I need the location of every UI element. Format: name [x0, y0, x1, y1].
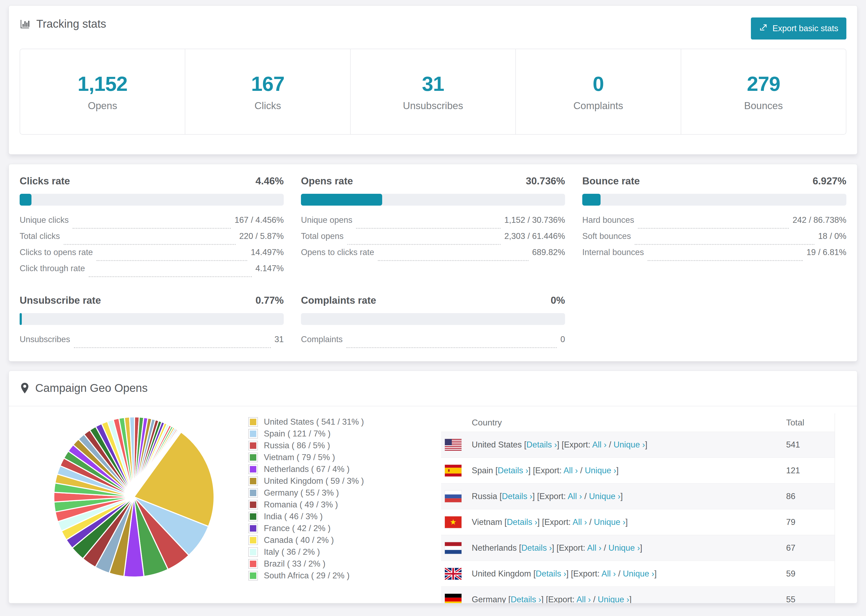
rate-progress-fill [20, 313, 22, 325]
export-all-link[interactable]: All › [573, 517, 587, 527]
export-unique-link[interactable]: Unique › [589, 492, 620, 501]
dotted-leader [74, 347, 271, 348]
export-all-link[interactable]: All › [587, 543, 601, 553]
export-unique-link[interactable]: Unique › [614, 440, 645, 449]
export-all-link[interactable]: All › [601, 569, 616, 578]
rate-row: Opens to clicks rate689.82% [301, 248, 565, 264]
details-link[interactable]: Details › [502, 492, 532, 501]
row-total: 55 [786, 595, 835, 603]
stat-cell-bounces: 279Bounces [681, 49, 846, 134]
rate-row-label: Clicks to opens rate [20, 248, 93, 257]
export-label-text: ] [Export: [541, 595, 576, 603]
bracket-text: ] [640, 543, 642, 553]
dotted-leader [64, 244, 236, 245]
slash-text: / [587, 517, 594, 527]
export-button-label: Export basic stats [772, 24, 838, 33]
row-total: 541 [786, 440, 835, 449]
flag-es [445, 465, 461, 476]
rate-title: Opens rate [301, 176, 353, 187]
export-unique-link[interactable]: Unique › [594, 517, 625, 527]
dotted-leader [356, 228, 501, 229]
country-flag [445, 465, 461, 476]
flag-gb [445, 568, 461, 580]
rate-title: Unsubscribe rate [20, 295, 101, 306]
rate-progress [301, 313, 565, 325]
rate-progress [301, 194, 565, 206]
legend-label: Brazil ( 33 / 2% ) [264, 559, 326, 569]
details-link[interactable]: Details › [507, 517, 537, 527]
slash-text: / [606, 440, 614, 449]
rate-rows: Complaints0 [301, 335, 565, 351]
geo-title-row: Campaign Geo Opens [20, 382, 846, 394]
bar-chart-icon [20, 19, 30, 29]
legend-swatch [248, 441, 258, 451]
details-link[interactable]: Details › [511, 595, 542, 603]
dotted-leader [348, 244, 501, 245]
legend-item: Germany ( 55 / 3% ) [248, 487, 399, 499]
details-link[interactable]: Details › [536, 569, 567, 578]
rate-progress-fill [301, 194, 382, 206]
rate-row-label: Total opens [301, 231, 344, 241]
legend-item: Brazil ( 33 / 2% ) [248, 558, 399, 570]
stat-value: 167 [251, 72, 285, 96]
country-cell: United Kingdom [Details ›] [Export: All … [472, 569, 786, 579]
rate-value: 6.927% [813, 176, 847, 187]
stat-label: Unsubscribes [403, 100, 463, 112]
rate-value: 30.736% [526, 176, 565, 187]
country-cell: Vietnam [Details ›] [Export: All › / Uni… [472, 517, 786, 527]
details-link[interactable]: Details › [521, 543, 552, 553]
rate-row-label: Complaints [301, 335, 343, 344]
slash-text: / [582, 492, 589, 501]
bracket-text: ] [654, 569, 657, 578]
export-all-link[interactable]: All › [568, 492, 582, 501]
export-all-link[interactable]: All › [564, 466, 578, 475]
legend-item: United Kingdom ( 59 / 3% ) [248, 475, 399, 487]
export-all-link[interactable]: All › [592, 440, 606, 449]
legend-item: Romania ( 49 / 3% ) [248, 499, 399, 511]
details-link[interactable]: Details › [498, 466, 529, 475]
rate-row: Unique clicks167 / 4.456% [20, 215, 284, 231]
export-unique-link[interactable]: Unique › [585, 466, 616, 475]
rate-row-value: 31 [275, 335, 284, 344]
flag-vn [445, 516, 461, 528]
export-unique-link[interactable]: Unique › [608, 543, 640, 553]
legend-swatch [248, 512, 258, 522]
export-unique-link[interactable]: Unique › [598, 595, 629, 603]
tracking-stats-header: Tracking stats Export basic stats [20, 17, 846, 42]
rate-progress [582, 194, 846, 206]
rate-row-label: Hard bounces [582, 215, 634, 225]
details-link[interactable]: Details › [526, 440, 557, 449]
rate-rows: Unique clicks167 / 4.456%Total clicks220… [20, 215, 284, 280]
rate-progress [20, 313, 284, 325]
legend-label: South Africa ( 29 / 2% ) [264, 571, 350, 580]
legend-swatch [248, 547, 258, 557]
legend-swatch [248, 535, 258, 545]
flag-de [445, 594, 461, 603]
rate-row: Soft bounces18 / 0% [582, 231, 846, 248]
rate-block-header: Unsubscribe rate0.77% [20, 295, 284, 306]
rate-block-header: Clicks rate4.46% [20, 176, 284, 186]
table-row-nl: Netherlands [Details ›] [Export: All › /… [441, 535, 835, 561]
stat-label: Bounces [744, 100, 783, 112]
stat-cell-complaints: 0Complaints [515, 49, 680, 134]
export-all-link[interactable]: All › [576, 595, 590, 603]
stat-label: Opens [88, 100, 117, 112]
stat-label: Complaints [573, 100, 623, 112]
rate-row: Complaints0 [301, 335, 565, 351]
rate-progress [20, 194, 284, 206]
rate-row: Internal bounces19 / 6.81% [582, 248, 846, 264]
legend-label: Italy ( 36 / 2% ) [264, 547, 320, 557]
rate-rows: Unsubscribes31 [20, 335, 284, 351]
bracket-text: ] [645, 440, 647, 449]
dotted-leader [635, 244, 814, 245]
export-unique-link[interactable]: Unique › [623, 569, 654, 578]
legend-label: United Kingdom ( 59 / 3% ) [264, 476, 364, 486]
export-basic-stats-button[interactable]: Export basic stats [751, 17, 846, 39]
country-name: Germany [472, 595, 506, 603]
stat-label: Clicks [254, 100, 281, 112]
legend-item: Italy ( 36 / 2% ) [248, 546, 399, 558]
geo-legend: United States ( 541 / 31% )Spain ( 121 /… [248, 413, 399, 603]
stat-value: 0 [593, 72, 604, 96]
geo-country-table: Country Total United States [Details ›] … [441, 413, 835, 603]
rate-block-complaints-rate: Complaints rate0%Complaints0 [301, 295, 565, 351]
